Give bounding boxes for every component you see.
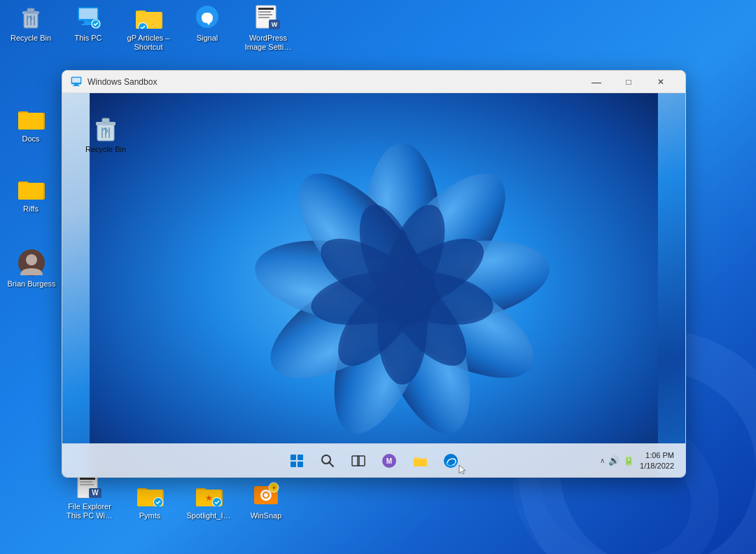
desktop-icon-winsnap[interactable]: ★ WinSnap (241, 480, 291, 520)
gp-articles-icon (134, 3, 162, 31)
desktop-icon-recycle-bin[interactable]: Recycle Bin (6, 3, 56, 43)
svg-point-22 (26, 254, 37, 265)
desktop-icon-wordpress[interactable]: W WordPress Image Setti… (240, 3, 296, 52)
sandbox-window[interactable]: Windows Sandbox — □ ✕ (62, 70, 686, 478)
svg-rect-24 (80, 478, 95, 480)
edge-cursor (458, 462, 466, 473)
svg-rect-69 (290, 455, 296, 460)
this-pc-icon (74, 3, 102, 31)
svg-rect-25 (80, 481, 92, 483)
svg-rect-18 (258, 17, 270, 18)
desktop-icon-gp-articles[interactable]: gP Articles – Shortcut (120, 3, 176, 52)
volume-icon[interactable]: 🔊 (608, 455, 620, 466)
svg-rect-65 (102, 118, 109, 123)
svg-rect-70 (298, 455, 303, 460)
pymts-label: Pymts (139, 511, 161, 520)
maximize-button[interactable]: □ (612, 71, 645, 93)
svg-rect-15 (258, 8, 274, 10)
svg-point-37 (264, 493, 268, 497)
wordpress-icon: W (254, 3, 282, 31)
svg-rect-2 (27, 8, 34, 12)
sandbox-taskbar: M (62, 443, 685, 477)
tray-arrow-icon[interactable]: ∧ (600, 457, 605, 464)
docs-folder-icon (17, 104, 45, 132)
meet-button[interactable]: M (375, 447, 403, 475)
desktop-icon-spotlight[interactable]: ★ Spotlight_I… (183, 480, 234, 520)
taskbar-date-value: 1/18/2022 (640, 461, 674, 471)
svg-rect-17 (258, 14, 272, 15)
svg-text:W: W (92, 489, 99, 497)
sandbox-titlebar: Windows Sandbox — □ ✕ (62, 71, 685, 93)
svg-text:W: W (272, 21, 278, 28)
brian-burgess-icon (18, 249, 46, 277)
riffs-folder-icon (17, 174, 45, 202)
recycle-bin-label: Recycle Bin (10, 34, 51, 43)
file-explorer-label: File Explorer This PC Wi… (64, 502, 115, 520)
docs-label: Docs (22, 134, 39, 144)
edge-button[interactable] (437, 447, 465, 475)
recycle-bin-icon (17, 3, 45, 31)
brian-burgess-label: Brian Burgess (7, 279, 55, 289)
sandbox-recycle-label: Recycle Bin (85, 145, 126, 153)
sandbox-app-icon (71, 76, 82, 88)
close-button[interactable]: ✕ (645, 71, 677, 93)
svg-rect-42 (74, 84, 78, 85)
svg-line-74 (329, 462, 333, 466)
sandbox-content: Recycle Bin (62, 93, 685, 477)
sandbox-title: Windows Sandbox (88, 77, 580, 87)
desktop-icon-this-pc[interactable]: This PC (63, 3, 113, 43)
desktop-icon-pymts[interactable]: Pymts (125, 480, 175, 520)
desktop-icon-file-explorer[interactable]: W File Explorer This PC Wi… (62, 471, 118, 520)
gp-articles-label: gP Articles – Shortcut (123, 34, 174, 52)
signal-icon (193, 3, 221, 31)
sandbox-recycle-bin[interactable]: Recycle Bin (83, 114, 128, 153)
svg-rect-26 (80, 484, 94, 485)
winsnap-icon: ★ (252, 480, 280, 508)
svg-text:★: ★ (272, 485, 276, 491)
start-button[interactable] (283, 447, 311, 475)
desktop: Recycle Bin This PC (0, 0, 756, 554)
svg-rect-72 (298, 462, 303, 467)
svg-rect-8 (84, 21, 92, 24)
sandbox-taskbar-right: ∧ 🔊 🔋 1:06 PM 1/18/2022 (600, 450, 674, 471)
this-pc-label: This PC (74, 34, 102, 43)
battery-icon[interactable]: 🔋 (623, 455, 634, 466)
signal-label: Signal (197, 34, 218, 43)
desktop-icon-signal[interactable]: Signal (182, 3, 232, 43)
bloom-wallpaper (62, 93, 685, 477)
svg-text:★: ★ (205, 493, 213, 503)
svg-rect-43 (73, 85, 80, 86)
svg-rect-7 (79, 8, 97, 19)
taskbar-time-value: 1:06 PM (640, 450, 674, 460)
desktop-icon-brian-burgess[interactable]: Brian Burgess (3, 249, 60, 289)
spotlight-folder-icon: ★ (195, 480, 223, 508)
desktop-icon-riffs[interactable]: Riffs (6, 174, 56, 214)
svg-rect-71 (290, 462, 296, 467)
taskbar-clock[interactable]: 1:06 PM 1/18/2022 (640, 450, 674, 471)
file-explorer-taskbar-button[interactable] (406, 447, 434, 475)
wordpress-label: WordPress Image Setti… (243, 34, 293, 52)
spotlight-label: Spotlight_I… (187, 511, 231, 520)
svg-rect-41 (72, 78, 80, 83)
svg-text:M: M (386, 457, 392, 465)
riffs-label: Riffs (23, 205, 38, 214)
desktop-icon-docs[interactable]: Docs (6, 104, 56, 144)
winsnap-label: WinSnap (251, 511, 282, 520)
titlebar-buttons: — □ ✕ (580, 71, 677, 93)
search-taskbar-button[interactable] (314, 447, 342, 475)
minimize-button[interactable]: — (580, 71, 612, 93)
svg-rect-16 (258, 11, 271, 13)
system-tray-icons: ∧ 🔊 🔋 (600, 455, 634, 466)
pymts-folder-icon (136, 480, 164, 508)
task-view-button[interactable] (344, 447, 372, 475)
sandbox-taskbar-center: M (283, 447, 465, 475)
